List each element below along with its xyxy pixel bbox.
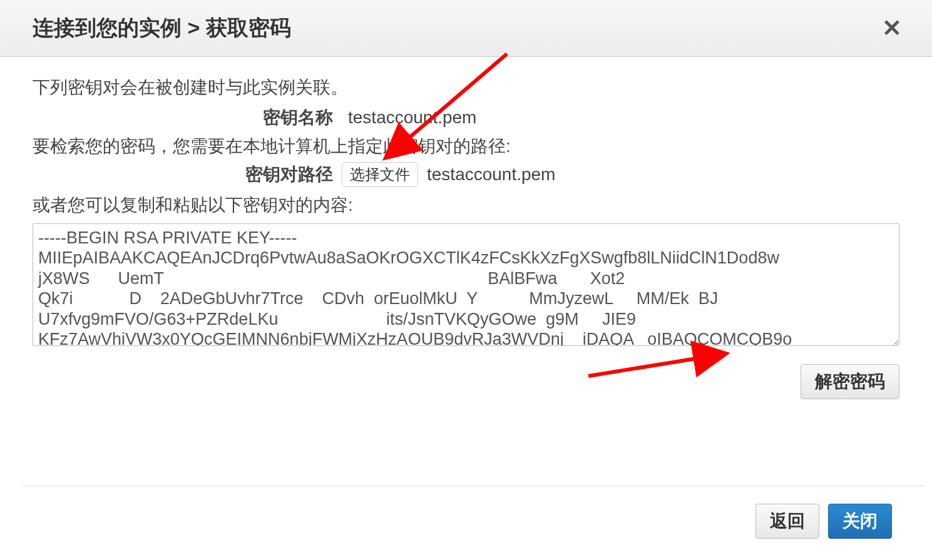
dialog-footer: 返回 关闭 xyxy=(23,486,924,560)
dialog-body: 下列密钥对会在被创建时与此实例关联。 密钥名称 testaccount.pem … xyxy=(0,57,932,486)
key-name-row: 密钥名称 testaccount.pem xyxy=(33,106,899,130)
selected-filename: testaccount.pem xyxy=(427,165,555,185)
close-icon[interactable]: ✕ xyxy=(877,16,907,40)
get-password-dialog: 连接到您的实例 > 获取密码 ✕ 下列密钥对会在被创建时与此实例关联。 密钥名称… xyxy=(0,0,932,560)
dialog-title: 连接到您的实例 > 获取密码 xyxy=(33,14,291,43)
private-key-textarea[interactable] xyxy=(33,223,899,346)
back-button[interactable]: 返回 xyxy=(755,504,819,539)
dialog-header: 连接到您的实例 > 获取密码 ✕ xyxy=(0,0,932,57)
key-path-row: 密钥对路径 选择文件 testaccount.pem xyxy=(33,162,899,187)
choose-file-button[interactable]: 选择文件 xyxy=(342,162,418,187)
key-path-label: 密钥对路径 xyxy=(33,163,333,186)
decrypt-password-button[interactable]: 解密密码 xyxy=(801,364,899,399)
retrieve-instruction: 要检索您的密码，您需要在本地计算机上指定此密钥对的路径: xyxy=(33,135,899,158)
key-name-label: 密钥名称 xyxy=(33,106,333,130)
close-button[interactable]: 关闭 xyxy=(828,504,892,539)
key-name-value: testaccount.pem xyxy=(348,108,476,128)
or-copy-text: 或者您可以复制和粘贴以下密钥对的内容: xyxy=(33,193,899,217)
intro-text: 下列密钥对会在被创建时与此实例关联。 xyxy=(33,76,899,99)
decrypt-row: 解密密码 xyxy=(33,364,899,399)
